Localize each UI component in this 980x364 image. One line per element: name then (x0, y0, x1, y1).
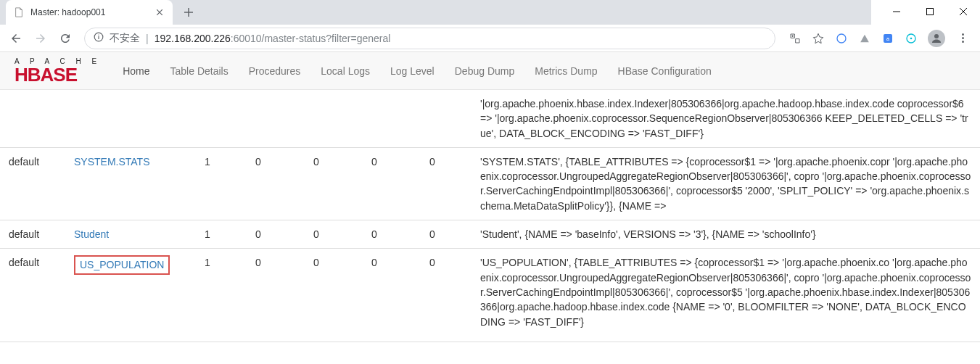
count-cell: 0 (247, 249, 305, 336)
page-icon (13, 7, 25, 18)
address-bar[interactable]: 不安全 | 192.168.200.226:60010/master-statu… (84, 28, 775, 49)
count-cell (421, 90, 472, 147)
namespace-cell (0, 90, 65, 147)
window-close[interactable] (947, 0, 980, 23)
nav-home[interactable]: Home (123, 65, 149, 77)
table-link[interactable]: SYSTEM.STATS (74, 156, 150, 167)
description-cell: 'Student', {NAME => 'baseInfo', VERSIONS… (472, 220, 980, 249)
separator: | (146, 33, 149, 44)
count-cell: 0 (247, 220, 305, 249)
svg-point-10 (98, 34, 99, 35)
count-cell: 1 (196, 220, 247, 249)
count-cell: 0 (305, 147, 363, 220)
logo-bottom-text: HBASE (15, 65, 101, 84)
nav-table-details[interactable]: Table Details (170, 65, 228, 77)
nav-hbase-config[interactable]: HBase Configuration (618, 65, 712, 77)
count-cell: 1 (196, 147, 247, 220)
url-path: :60010/master-status?filter=general (231, 33, 391, 44)
count-cell: 0 (421, 147, 472, 220)
insecure-label: 不安全 (110, 32, 140, 45)
highlight-box: US_POPULATION (74, 255, 170, 274)
nav-links: Home Table Details Procedures Local Logs… (123, 65, 712, 77)
tab-close-icon[interactable] (154, 7, 165, 18)
tab-strip: Master: hadoop001 (0, 0, 871, 25)
svg-rect-1 (927, 9, 934, 15)
table-row: '|org.apache.phoenix.hbase.index.Indexer… (0, 90, 980, 147)
count-cell (305, 90, 363, 147)
hbase-logo[interactable]: A P A C H E HBASE (15, 58, 101, 84)
hbase-navbar: A P A C H E HBASE Home Table Details Pro… (0, 52, 980, 90)
table-name-cell (65, 90, 196, 147)
nav-procedures[interactable]: Procedures (249, 65, 301, 77)
description-cell: '|org.apache.phoenix.hbase.index.Indexer… (472, 90, 980, 147)
table-link[interactable]: US_POPULATION (80, 259, 164, 270)
count-cell (247, 90, 305, 147)
window-minimize[interactable] (880, 0, 913, 23)
description-cell: 'SYSTEM.STATS', {TABLE_ATTRIBUTES => {co… (472, 147, 980, 220)
count-cell (363, 90, 421, 147)
count-cell: 0 (421, 220, 472, 249)
namespace-cell: default (0, 249, 65, 336)
profile-avatar[interactable] (928, 30, 945, 47)
tab-title: Master: hadoop001 (30, 7, 105, 17)
count-cell: 1 (196, 249, 247, 336)
table-name-cell: US_POPULATION (65, 249, 196, 336)
menu-button[interactable] (955, 31, 970, 46)
table-row: defaultUS_POPULATION10000'US_POPULATION'… (0, 249, 980, 336)
nav-local-logs[interactable]: Local Logs (321, 65, 370, 77)
count-cell: 0 (363, 249, 421, 336)
extension-icon-4[interactable] (905, 32, 918, 45)
count-cell: 0 (363, 147, 421, 220)
count-cell: 0 (421, 249, 472, 336)
description-cell: 'US_POPULATION', {TABLE_ATTRIBUTES => {c… (472, 249, 980, 336)
svg-point-16 (934, 34, 939, 38)
info-icon (94, 32, 104, 44)
count-cell: 0 (305, 249, 363, 336)
extension-icon-3[interactable]: a (881, 32, 894, 45)
namespace-cell: default (0, 220, 65, 249)
table-row: defaultSYSTEM.STATS10000'SYSTEM.STATS', … (0, 147, 980, 220)
nav-metrics-dump[interactable]: Metrics Dump (535, 65, 597, 77)
browser-tab[interactable]: Master: hadoop001 (6, 0, 173, 25)
count-cell: 0 (363, 220, 421, 249)
table-name-cell: Student (65, 220, 196, 249)
table-name-cell: SYSTEM.STATS (65, 147, 196, 220)
extension-icon-2[interactable] (858, 32, 871, 45)
namespace-cell: default (0, 147, 65, 220)
svg-point-11 (837, 34, 846, 43)
tables-list: '|org.apache.phoenix.hbase.index.Indexer… (0, 90, 980, 336)
extension-icon-1[interactable] (835, 32, 848, 45)
forward-button[interactable] (29, 27, 52, 50)
back-button[interactable] (4, 27, 28, 50)
window-maximize[interactable] (913, 0, 947, 23)
url-host: 192.168.200.226 (155, 33, 231, 44)
new-tab-button[interactable] (178, 2, 199, 22)
star-icon[interactable] (812, 32, 825, 45)
browser-toolbar: 不安全 | 192.168.200.226:60010/master-statu… (0, 25, 980, 52)
nav-log-level[interactable]: Log Level (390, 65, 435, 77)
count-cell (196, 90, 247, 147)
table-row: defaultStudent10000'Student', {NAME => '… (0, 220, 980, 249)
translate-icon[interactable] (788, 32, 802, 45)
count-cell: 0 (305, 220, 363, 249)
svg-point-15 (910, 37, 913, 39)
count-cell: 0 (247, 147, 305, 220)
reload-button[interactable] (54, 27, 77, 50)
table-link[interactable]: Student (74, 228, 109, 240)
nav-debug-dump[interactable]: Debug Dump (455, 65, 515, 77)
